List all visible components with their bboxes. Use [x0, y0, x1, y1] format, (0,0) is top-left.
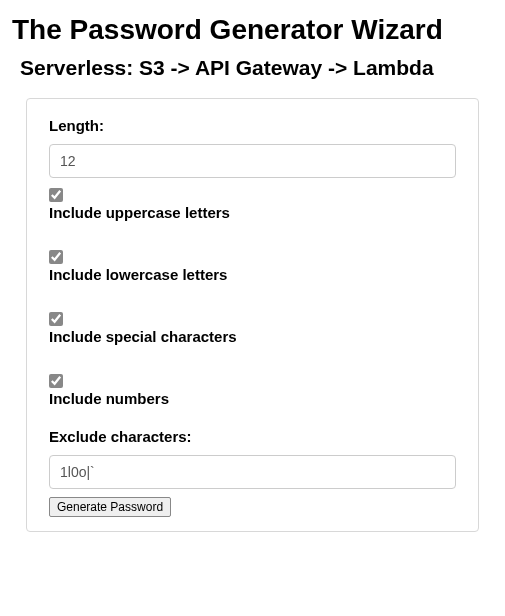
uppercase-checkbox[interactable]	[49, 188, 63, 202]
numbers-label: Include numbers	[49, 390, 169, 407]
page-title: The Password Generator Wizard	[12, 14, 493, 46]
length-label: Length:	[49, 117, 456, 134]
length-input[interactable]	[49, 144, 456, 178]
uppercase-row: Include uppercase letters	[49, 188, 456, 222]
generator-panel: Length: Include uppercase letters Includ…	[26, 98, 479, 532]
lowercase-checkbox[interactable]	[49, 250, 63, 264]
lowercase-label: Include lowercase letters	[49, 266, 227, 283]
special-row: Include special characters	[49, 312, 456, 346]
uppercase-label: Include uppercase letters	[49, 204, 230, 221]
numbers-checkbox[interactable]	[49, 374, 63, 388]
generate-password-button[interactable]: Generate Password	[49, 497, 171, 517]
special-checkbox[interactable]	[49, 312, 63, 326]
exclude-input[interactable]	[49, 455, 456, 489]
special-label: Include special characters	[49, 328, 237, 345]
exclude-label: Exclude characters:	[49, 428, 456, 445]
lowercase-row: Include lowercase letters	[49, 250, 456, 284]
numbers-row: Include numbers	[49, 374, 456, 408]
page-subtitle: Serverless: S3 -> API Gateway -> Lambda	[12, 56, 493, 80]
